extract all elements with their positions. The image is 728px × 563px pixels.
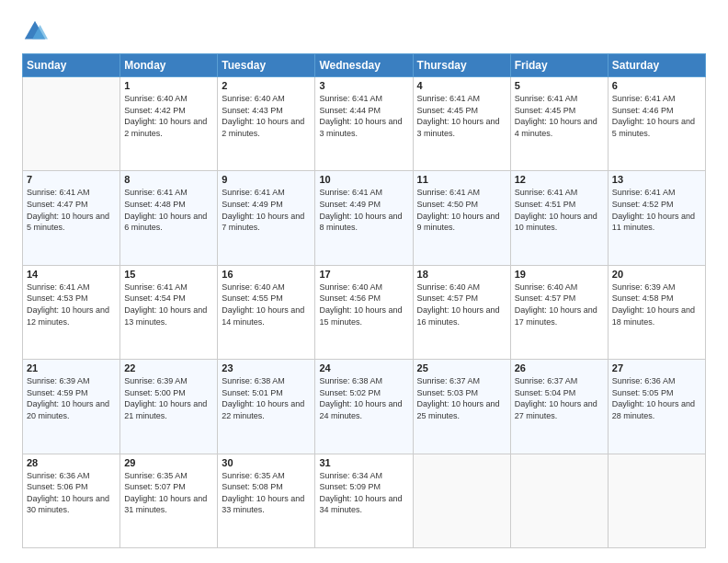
calendar-cell: 16 Sunrise: 6:40 AM Sunset: 4:55 PM Dayl… [218,265,315,359]
calendar-cell: 18 Sunrise: 6:40 AM Sunset: 4:57 PM Dayl… [413,265,510,359]
sunset-text: Sunset: 5:05 PM [612,387,701,399]
calendar-cell: 4 Sunrise: 6:41 AM Sunset: 4:45 PM Dayli… [413,77,510,171]
daylight-text: Daylight: 10 hours and 30 minutes. [27,493,116,516]
cell-content: Sunrise: 6:37 AM Sunset: 5:04 PM Dayligh… [515,375,604,421]
day-number: 23 [222,362,311,373]
sunrise-text: Sunrise: 6:40 AM [222,282,311,293]
sunrise-text: Sunrise: 6:40 AM [222,93,311,105]
calendar-cell: 8 Sunrise: 6:41 AM Sunset: 4:48 PM Dayli… [120,171,218,265]
day-number: 16 [222,269,311,280]
cell-content: Sunrise: 6:41 AM Sunset: 4:46 PM Dayligh… [612,93,701,139]
sunrise-text: Sunrise: 6:41 AM [417,187,506,199]
weekday-header: Thursday [413,54,510,77]
daylight-text: Daylight: 10 hours and 4 minutes. [515,116,604,139]
calendar-cell [413,454,510,547]
calendar-cell: 27 Sunrise: 6:36 AM Sunset: 5:05 PM Dayl… [608,360,705,454]
daylight-text: Daylight: 10 hours and 10 minutes. [515,211,604,234]
sunset-text: Sunset: 5:06 PM [27,481,116,493]
sunrise-text: Sunrise: 6:41 AM [124,187,213,199]
cell-content: Sunrise: 6:41 AM Sunset: 4:45 PM Dayligh… [417,93,506,139]
day-number: 10 [319,174,408,185]
calendar-cell: 1 Sunrise: 6:40 AM Sunset: 4:42 PM Dayli… [120,77,218,171]
sunrise-text: Sunrise: 6:40 AM [124,93,213,105]
sunrise-text: Sunrise: 6:35 AM [124,470,213,482]
weekday-header: Monday [120,54,218,77]
day-number: 17 [319,269,408,280]
daylight-text: Daylight: 10 hours and 16 minutes. [417,304,506,327]
calendar-cell [608,454,705,547]
day-number: 28 [27,457,116,468]
daylight-text: Daylight: 10 hours and 2 minutes. [124,116,213,139]
logo-icon [22,18,48,44]
page-header [22,18,706,44]
sunrise-text: Sunrise: 6:35 AM [222,470,311,482]
cell-content: Sunrise: 6:41 AM Sunset: 4:49 PM Dayligh… [319,187,408,233]
daylight-text: Daylight: 10 hours and 2 minutes. [222,116,311,139]
calendar-cell: 25 Sunrise: 6:37 AM Sunset: 5:03 PM Dayl… [413,360,510,454]
daylight-text: Daylight: 10 hours and 31 minutes. [124,493,213,516]
calendar-cell: 2 Sunrise: 6:40 AM Sunset: 4:43 PM Dayli… [218,77,315,171]
cell-content: Sunrise: 6:37 AM Sunset: 5:03 PM Dayligh… [417,375,506,421]
calendar-cell: 12 Sunrise: 6:41 AM Sunset: 4:51 PM Dayl… [510,171,608,265]
cell-content: Sunrise: 6:41 AM Sunset: 4:53 PM Dayligh… [27,282,116,327]
daylight-text: Daylight: 10 hours and 11 minutes. [612,211,701,234]
day-number: 24 [319,362,408,373]
day-number: 3 [319,80,408,91]
calendar-cell: 14 Sunrise: 6:41 AM Sunset: 4:53 PM Dayl… [23,265,120,359]
logo [22,18,51,44]
day-number: 5 [515,80,604,91]
sunrise-text: Sunrise: 6:37 AM [515,375,604,387]
day-number: 4 [417,80,506,91]
day-number: 26 [515,362,604,373]
sunset-text: Sunset: 4:52 PM [612,199,701,211]
day-number: 25 [417,362,506,373]
sunset-text: Sunset: 4:44 PM [319,105,408,117]
cell-content: Sunrise: 6:40 AM Sunset: 4:55 PM Dayligh… [222,282,311,327]
daylight-text: Daylight: 10 hours and 6 minutes. [124,211,213,234]
day-number: 15 [124,269,213,280]
sunrise-text: Sunrise: 6:40 AM [319,282,408,293]
daylight-text: Daylight: 10 hours and 12 minutes. [27,304,116,327]
weekday-header: Saturday [608,54,705,77]
daylight-text: Daylight: 10 hours and 8 minutes. [319,211,408,234]
cell-content: Sunrise: 6:40 AM Sunset: 4:42 PM Dayligh… [124,93,213,139]
sunrise-text: Sunrise: 6:39 AM [612,282,701,293]
day-number: 20 [612,269,701,280]
cell-content: Sunrise: 6:35 AM Sunset: 5:08 PM Dayligh… [222,470,311,516]
sunrise-text: Sunrise: 6:41 AM [319,93,408,105]
daylight-text: Daylight: 10 hours and 14 minutes. [222,304,311,327]
calendar-cell: 3 Sunrise: 6:41 AM Sunset: 4:44 PM Dayli… [315,77,413,171]
sunset-text: Sunset: 5:02 PM [319,387,408,399]
sunset-text: Sunset: 4:46 PM [612,105,701,117]
sunset-text: Sunset: 5:07 PM [124,481,213,493]
cell-content: Sunrise: 6:41 AM Sunset: 4:47 PM Dayligh… [27,187,116,233]
daylight-text: Daylight: 10 hours and 25 minutes. [417,398,506,421]
sunrise-text: Sunrise: 6:34 AM [319,470,408,482]
daylight-text: Daylight: 10 hours and 21 minutes. [124,398,213,421]
sunrise-text: Sunrise: 6:41 AM [222,187,311,199]
cell-content: Sunrise: 6:40 AM Sunset: 4:57 PM Dayligh… [515,282,604,327]
calendar-cell: 13 Sunrise: 6:41 AM Sunset: 4:52 PM Dayl… [608,171,705,265]
weekday-header: Sunday [23,54,120,77]
daylight-text: Daylight: 10 hours and 27 minutes. [515,398,604,421]
sunset-text: Sunset: 4:45 PM [417,105,506,117]
daylight-text: Daylight: 10 hours and 34 minutes. [319,493,408,516]
daylight-text: Daylight: 10 hours and 18 minutes. [612,304,701,327]
cell-content: Sunrise: 6:34 AM Sunset: 5:09 PM Dayligh… [319,470,408,516]
sunset-text: Sunset: 4:43 PM [222,105,311,117]
day-number: 9 [222,174,311,185]
sunrise-text: Sunrise: 6:38 AM [319,375,408,387]
sunset-text: Sunset: 4:45 PM [515,105,604,117]
sunrise-text: Sunrise: 6:36 AM [27,470,116,482]
sunset-text: Sunset: 4:49 PM [222,199,311,211]
sunset-text: Sunset: 4:47 PM [27,199,116,211]
calendar-week-row: 28 Sunrise: 6:36 AM Sunset: 5:06 PM Dayl… [23,454,706,547]
daylight-text: Daylight: 10 hours and 5 minutes. [612,116,701,139]
calendar-week-row: 14 Sunrise: 6:41 AM Sunset: 4:53 PM Dayl… [23,265,706,359]
sunset-text: Sunset: 5:04 PM [515,387,604,399]
sunset-text: Sunset: 5:08 PM [222,481,311,493]
day-number: 1 [124,80,213,91]
sunset-text: Sunset: 5:09 PM [319,481,408,493]
daylight-text: Daylight: 10 hours and 15 minutes. [319,304,408,327]
sunrise-text: Sunrise: 6:40 AM [515,282,604,293]
